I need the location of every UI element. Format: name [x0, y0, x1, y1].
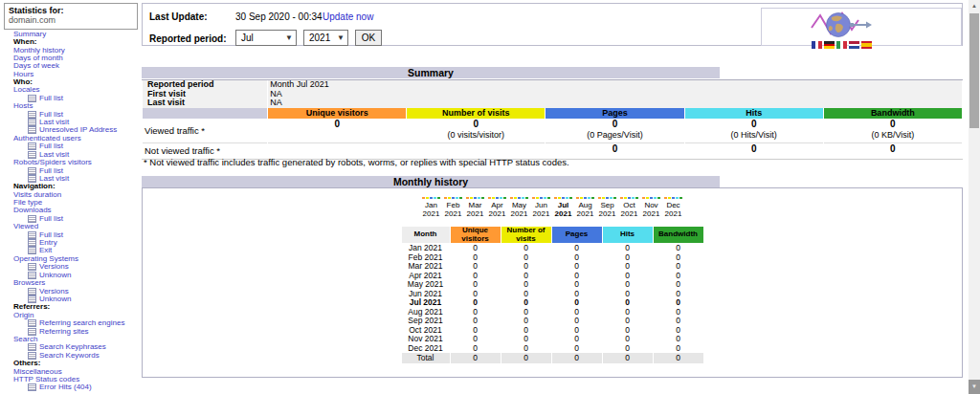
viewed-traffic-label: Viewed traffic *	[143, 119, 267, 142]
sidebar-item-full-list[interactable]: Full list	[0, 231, 142, 239]
chart-year-label: 2021	[530, 209, 552, 218]
pages-header: Pages	[546, 108, 683, 119]
sidebar-item-browsers[interactable]: Browsers	[0, 279, 142, 287]
last-update-label: Last Update:	[149, 11, 208, 22]
menu-bullet-icon	[28, 142, 36, 150]
value-cell: 0	[654, 344, 703, 353]
table-row: Reported period Month Jul 2021	[143, 80, 962, 90]
awstats-logo-box	[761, 8, 962, 46]
month-select[interactable]: Jul ▼	[235, 30, 297, 46]
month-cell: Aug 2021	[402, 308, 450, 317]
bar-stub-icon	[632, 197, 635, 199]
sidebar-item-label: Search	[13, 335, 37, 343]
bar-stub-icon	[624, 197, 627, 199]
chart-month-label: Sep	[596, 201, 618, 209]
first-visit-row-value: NA	[268, 90, 962, 99]
spanish-flag-icon[interactable]	[861, 41, 872, 49]
chart-month-mar-2021: Mar2021	[464, 197, 486, 218]
chart-month-jul-2021: Jul2021	[552, 197, 574, 218]
table-row: Last visit NA	[143, 98, 962, 108]
menu-bullet-icon	[28, 239, 36, 247]
dutch-flag-icon[interactable]	[849, 41, 859, 49]
value-cell: 0	[654, 326, 703, 335]
french-flag-icon[interactable]	[812, 41, 822, 49]
bar-stub-icon	[522, 197, 524, 199]
zero-bars	[552, 197, 574, 200]
month-cell: May 2021	[402, 280, 450, 289]
value-cell: 0	[654, 280, 703, 289]
not-viewed-traffic-label: Not viewed traffic *	[143, 142, 267, 159]
scrollbar-up-arrow-icon[interactable]: ▲	[969, 0, 980, 11]
month-cell: Jan 2021	[402, 244, 450, 252]
not-viewed-footnote: * Not viewed traffic includes traffic ge…	[144, 157, 569, 167]
german-flag-icon[interactable]	[824, 41, 835, 49]
ok-button[interactable]: OK	[355, 30, 382, 46]
zero-bars	[420, 197, 442, 200]
month-cell: Nov 2021	[402, 335, 450, 343]
sidebar-item-downloads[interactable]: Downloads	[0, 207, 142, 214]
value-cell: 0	[451, 290, 501, 298]
zero-bars	[442, 197, 464, 200]
viewed-hits-value: 0	[685, 119, 823, 130]
sidebar-item-error-hits-404[interactable]: Error Hits (404)	[0, 383, 142, 391]
bar-stub-icon	[525, 197, 528, 199]
value-cell: 0	[552, 326, 602, 335]
reported-period-label: Reported period:	[149, 33, 227, 44]
reported-period-row-value: Month Jul 2021	[268, 80, 962, 90]
value-cell: 0	[654, 244, 703, 252]
sidebar: Statistics for: domain.com SummaryWhen:M…	[0, 0, 142, 394]
bar-stub-icon	[657, 197, 660, 199]
first-visit-row-label: First visit	[143, 90, 267, 99]
vertical-scrollbar[interactable]: ▲ ▼	[969, 0, 980, 394]
value-cell: 0	[603, 272, 653, 280]
table-row: Dec 202100000	[402, 344, 703, 353]
update-now-link[interactable]: Update now	[323, 11, 373, 22]
chart-year-label: 2021	[442, 209, 464, 218]
chart-month-aug-2021: Aug2021	[574, 197, 596, 218]
value-cell: 0	[603, 308, 653, 317]
sidebar-item-locales[interactable]: Locales	[0, 86, 142, 94]
sidebar-item-hosts[interactable]: Hosts	[0, 102, 142, 110]
bar-stub-icon	[628, 197, 631, 199]
zero-bars	[486, 197, 508, 200]
scrollbar-down-arrow-icon[interactable]: ▼	[969, 380, 980, 394]
total-value-cell: 0	[603, 353, 653, 363]
scrollbar-thumb[interactable]	[969, 13, 979, 128]
monthly-header-bandwidth: Bandwidth	[654, 227, 703, 243]
chart-month-label: Mar	[464, 201, 486, 209]
bar-stub-icon	[676, 197, 679, 199]
sidebar-item-entry[interactable]: Entry	[0, 239, 142, 247]
total-row: Total00000	[402, 353, 703, 363]
sidebar-item-robots-spiders-visitors[interactable]: Robots/Spiders visitors	[0, 159, 142, 166]
sidebar-item-full-list[interactable]: Full list	[0, 111, 142, 119]
value-cell: 0	[501, 272, 551, 280]
sidebar-item-viewed[interactable]: Viewed	[0, 223, 142, 230]
chart-month-apr-2021: Apr2021	[486, 197, 508, 218]
viewed-pages-ratio: (0 Pages/Visit)	[546, 130, 683, 140]
value-cell: 0	[501, 326, 551, 335]
chart-month-label: Nov	[640, 201, 662, 209]
bar-stub-icon	[426, 197, 429, 199]
bar-stub-icon	[422, 197, 425, 199]
bar-stub-icon	[566, 197, 568, 199]
value-cell: 0	[603, 262, 653, 271]
menu-bullet-icon	[28, 231, 36, 239]
bar-stub-icon	[478, 197, 480, 199]
year-select[interactable]: 2021 ▼	[303, 30, 348, 46]
month-cell: Apr 2021	[402, 272, 450, 280]
menu-bullet-icon	[28, 343, 36, 351]
sidebar-item-full-list[interactable]: Full list	[0, 167, 142, 175]
sidebar-item-authenticated-users[interactable]: Authenticated users	[0, 135, 142, 142]
value-cell: 0	[603, 280, 653, 289]
value-cell: 0	[603, 253, 653, 262]
zero-bars	[596, 197, 618, 200]
unique-visitors-header: Unique visitors	[268, 108, 406, 119]
chart-year-label: 2021	[508, 209, 530, 218]
italian-flag-icon[interactable]	[836, 41, 847, 49]
sidebar-item-full-list[interactable]: Full list	[0, 142, 142, 150]
sidebar-item-operating-systems[interactable]: Operating Systems	[0, 255, 142, 263]
value-cell: 0	[451, 308, 501, 317]
zero-bars	[618, 197, 640, 200]
menu-bullet-icon	[28, 167, 36, 175]
value-cell: 0	[451, 344, 501, 353]
